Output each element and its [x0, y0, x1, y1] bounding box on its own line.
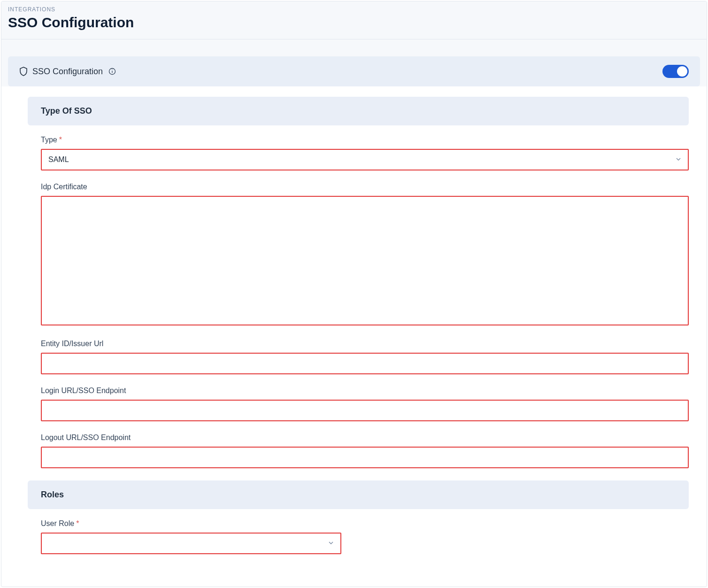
label-type-text: Type: [41, 136, 57, 144]
user-role-select[interactable]: [41, 533, 341, 554]
roles-panel: Roles User Role *: [8, 480, 700, 554]
label-user-role: User Role *: [41, 519, 689, 528]
shield-icon: [19, 67, 28, 76]
sso-config-bar: SSO Configuration: [8, 56, 700, 86]
label-entity-id: Entity ID/Issuer Url: [41, 340, 689, 348]
label-idp-certificate-text: Idp Certificate: [41, 183, 87, 191]
page-title: SSO Configuration: [8, 15, 700, 31]
field-entity-id: Entity ID/Issuer Url: [28, 340, 689, 374]
svg-point-2: [112, 70, 112, 70]
type-select-value: SAML: [48, 155, 69, 164]
logout-url-input[interactable]: [41, 447, 689, 468]
info-icon[interactable]: [108, 68, 116, 75]
toggle-knob: [677, 66, 687, 77]
chevron-down-icon: [676, 155, 681, 164]
idp-certificate-input[interactable]: [41, 196, 689, 325]
breadcrumb: INTEGRATIONS: [8, 6, 700, 13]
sso-config-bar-title-group: SSO Configuration: [19, 67, 116, 77]
label-user-role-text: User Role: [41, 519, 74, 528]
required-marker: *: [76, 519, 79, 528]
field-idp-certificate: Idp Certificate: [28, 183, 689, 327]
page-card: INTEGRATIONS SSO Configuration SSO Confi…: [1, 1, 707, 587]
page-header: INTEGRATIONS SSO Configuration: [1, 1, 707, 39]
label-login-url: Login URL/SSO Endpoint: [41, 387, 689, 395]
field-logout-url: Logout URL/SSO Endpoint: [28, 433, 689, 468]
label-login-url-text: Login URL/SSO Endpoint: [41, 387, 126, 395]
label-logout-url-text: Logout URL/SSO Endpoint: [41, 433, 131, 442]
label-idp-certificate: Idp Certificate: [41, 183, 689, 191]
sso-enable-toggle[interactable]: [662, 65, 689, 78]
field-user-role: User Role *: [28, 519, 689, 554]
type-select[interactable]: SAML: [41, 149, 689, 170]
header-spacer: [1, 39, 707, 56]
label-entity-id-text: Entity ID/Issuer Url: [41, 340, 103, 348]
field-login-url: Login URL/SSO Endpoint: [28, 387, 689, 421]
label-type: Type *: [41, 136, 689, 144]
section-header-roles: Roles: [28, 480, 689, 509]
field-type: Type * SAML: [28, 136, 689, 170]
page-body: Type Of SSO Type * SAML: [1, 86, 707, 554]
sso-config-bar-title: SSO Configuration: [32, 67, 103, 77]
login-url-input[interactable]: [41, 400, 689, 421]
type-of-sso-panel: Type Of SSO Type * SAML: [8, 97, 700, 468]
config-bar-container: SSO Configuration: [1, 56, 707, 86]
label-logout-url: Logout URL/SSO Endpoint: [41, 433, 689, 442]
required-marker: *: [59, 136, 62, 144]
section-header-type-of-sso: Type Of SSO: [28, 97, 689, 125]
entity-id-input[interactable]: [41, 353, 689, 374]
chevron-down-icon: [328, 539, 334, 548]
